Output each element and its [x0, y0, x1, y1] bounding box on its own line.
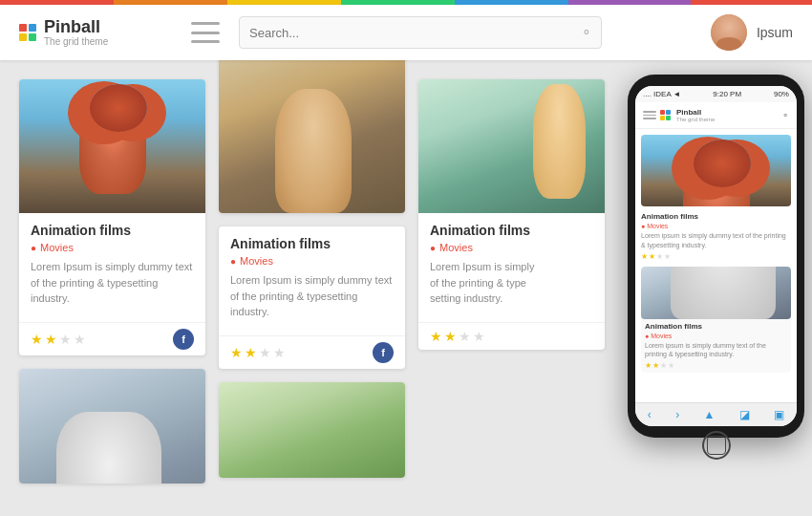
card-brave-location: ● Movies	[31, 242, 194, 253]
card-rapunzel-description: Lorem Ipsum is simplyof the printing & t…	[430, 259, 593, 307]
card-tangled-top	[219, 60, 405, 213]
main-content: Animation films ● Movies Lorem Ipsum is …	[0, 60, 812, 516]
user-area: Ipsum	[711, 14, 793, 51]
phone-app-tagline: The grid theme	[676, 117, 715, 122]
ph-line-3	[643, 118, 656, 119]
phone-back-icon[interactable]: ‹	[648, 408, 652, 421]
phone-horse-location: ● Movies	[645, 333, 787, 339]
pin-icon-3: ●	[430, 243, 436, 253]
phone-card-text: Lorem ipsum is simply dummy text of the …	[641, 231, 791, 250]
phone-content: Animation films ● Movies Lorem ipsum is …	[635, 129, 797, 402]
avatar-face	[711, 14, 747, 51]
phone-footer-nav: ‹ › ▲ ◪ ▣	[635, 402, 797, 426]
star-t3: ★	[259, 345, 271, 360]
logo-cell-blue	[29, 24, 36, 32]
phone-star-4: ★	[664, 252, 671, 261]
star-4: ★	[74, 332, 86, 347]
phone-horse-image	[641, 267, 791, 319]
card-brave-title: Animation films	[31, 223, 194, 238]
phone-star-2: ★	[649, 252, 655, 261]
phone-horse-body: Animation films ● Movies Lorem ipsum is …	[641, 319, 791, 374]
ph-star-3: ★	[660, 361, 667, 370]
card-rapunzel-location: ● Movies	[430, 242, 593, 253]
logo-icon	[19, 24, 36, 41]
username: Ipsum	[757, 25, 793, 40]
card-rapunzel-category: Movies	[439, 242, 473, 253]
column-1: Animation films ● Movies Lorem Ipsum is …	[19, 79, 205, 497]
card-chameleon-image	[219, 382, 405, 478]
phone-battery: 90%	[774, 90, 789, 98]
phone-home-button[interactable]	[702, 431, 731, 460]
phone-share-icon[interactable]: ▲	[704, 408, 716, 421]
card-brave-stars: ★ ★ ★ ★	[31, 332, 86, 347]
star-3: ★	[59, 332, 72, 347]
header: Pinball The grid theme ⚬ Ipsum	[0, 5, 812, 60]
card-tangled-footer: ★ ★ ★ ★ f	[219, 335, 405, 369]
phone-bookmark-icon[interactable]: ◪	[739, 408, 750, 421]
ph-star-2: ★	[652, 361, 659, 370]
card-tangled-body: Animation films ● Movies Lorem Ipsum is …	[219, 226, 405, 335]
phone-card-body: Animation films ● Movies Lorem ipsum is …	[641, 212, 791, 261]
ph-star-4: ★	[668, 361, 674, 370]
phone-card-title: Animation films	[641, 212, 791, 221]
card-tangled-category: Movies	[240, 255, 273, 267]
star-2: ★	[45, 332, 57, 347]
search-input[interactable]	[239, 16, 602, 49]
star-t2: ★	[245, 345, 257, 360]
logo-area: Pinball The grid theme	[19, 18, 162, 48]
phone-hamburger[interactable]	[643, 111, 656, 119]
hamburger-line-3	[191, 40, 220, 43]
card-horse-image	[19, 369, 205, 484]
phone-home-inner	[707, 436, 726, 455]
card-brave: Animation films ● Movies Lorem Ipsum is …	[19, 79, 205, 355]
phone-time: 9:20 PM	[713, 90, 741, 98]
phone-tabs-icon[interactable]: ▣	[774, 408, 784, 421]
search-bar: ⚬	[239, 16, 602, 49]
card-rapunzel-title: Animation films	[430, 223, 593, 238]
phone-screen: .... IDEA ◄ 9:20 PM 90%	[635, 86, 797, 426]
logo-cell-red	[19, 24, 27, 32]
hamburger-menu[interactable]	[191, 22, 220, 43]
phone-star-1: ★	[641, 252, 648, 261]
ph-line-1	[643, 111, 656, 113]
card-rapunzel-footer: ★ ★ ★ ★	[418, 322, 605, 350]
card-chameleon	[219, 382, 405, 478]
phone-lc2	[666, 110, 671, 115]
column-2: Animation films ● Movies Lorem Ipsum is …	[219, 79, 405, 497]
grid-layout: Animation films ● Movies Lorem Ipsum is …	[19, 79, 793, 497]
phone-status-bar: .... IDEA ◄ 9:20 PM 90%	[635, 86, 797, 102]
logo-cell-yellow	[19, 33, 27, 41]
phone-logo-icon	[660, 110, 671, 120]
card-brave-footer: ★ ★ ★ ★ f	[19, 322, 205, 355]
card-rapunzel-stars: ★ ★ ★ ★	[430, 329, 485, 344]
phone-star-3: ★	[656, 252, 663, 261]
phone-mockup: .... IDEA ◄ 9:20 PM 90%	[628, 75, 804, 438]
phone-header: Pinball The grid theme ⚬	[635, 102, 797, 129]
card-brave-image	[19, 79, 205, 213]
search-icon: ⚬	[581, 25, 592, 40]
card-tangled-description: Lorem Ipsum is simply dummy text of the …	[230, 272, 394, 320]
card-tangled: Animation films ● Movies Lorem Ipsum is …	[219, 226, 405, 369]
card-tangled-title: Animation films	[230, 236, 394, 251]
star-1: ★	[31, 332, 43, 347]
card-brave-body: Animation films ● Movies Lorem Ipsum is …	[19, 213, 205, 322]
facebook-button[interactable]: f	[173, 329, 194, 350]
logo-text: Pinball The grid theme	[44, 18, 108, 48]
phone-horse-stars: ★ ★ ★ ★	[645, 361, 787, 370]
avatar	[711, 14, 747, 51]
phone-column: .... IDEA ◄ 9:20 PM 90%	[618, 79, 804, 497]
card-rapunzel-body: Animation films ● Movies Lorem Ipsum is …	[418, 213, 605, 322]
hamburger-line-1	[191, 22, 220, 25]
pin-icon: ●	[31, 243, 36, 253]
hamburger-line-2	[191, 32, 220, 34]
phone-app-name: Pinball	[676, 108, 715, 117]
card-rapunzel: Animation films ● Movies Lorem Ipsum is …	[418, 79, 605, 350]
phone-horse-card: Animation films ● Movies Lorem ipsum is …	[641, 267, 791, 374]
star-r1: ★	[430, 329, 442, 344]
app-name: Pinball	[44, 18, 108, 37]
phone-search-icon[interactable]: ⚬	[781, 110, 789, 120]
card-horse	[19, 369, 205, 484]
card-tangled-location: ● Movies	[230, 255, 394, 267]
phone-forward-icon[interactable]: ›	[675, 408, 679, 421]
facebook-button-2[interactable]: f	[373, 342, 394, 363]
